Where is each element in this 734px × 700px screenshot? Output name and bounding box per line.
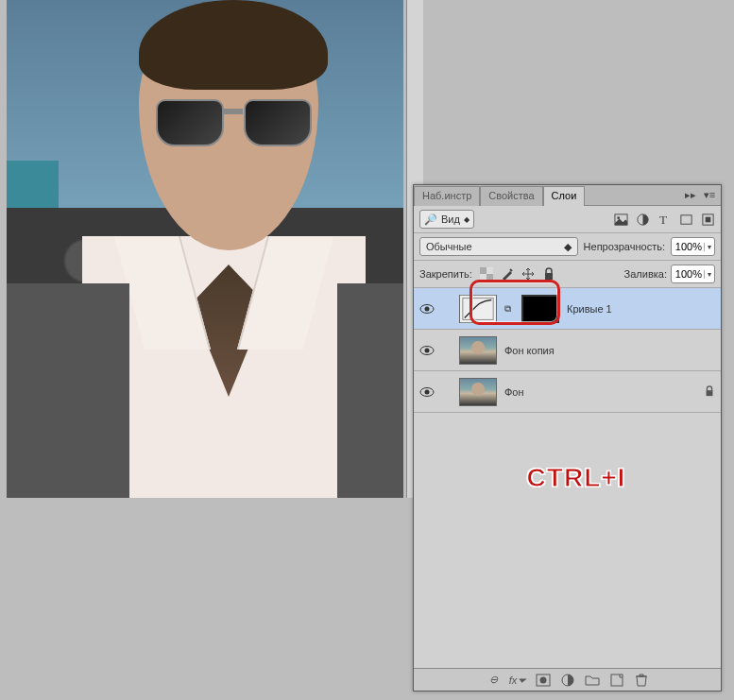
- canvas-area: [0, 0, 413, 700]
- lock-pixels-icon[interactable]: [501, 267, 514, 281]
- filter-type-icon[interactable]: T: [657, 213, 672, 227]
- adjustment-thumbnail[interactable]: [459, 295, 497, 323]
- filter-type-select[interactable]: 🔎 Вид ◆: [419, 210, 474, 229]
- svg-point-21: [539, 676, 546, 683]
- filter-adjustment-icon[interactable]: [636, 213, 650, 227]
- svg-rect-8: [480, 267, 486, 274]
- lock-position-icon[interactable]: [521, 267, 535, 281]
- chevron-down-icon: ◆: [464, 215, 469, 224]
- layer-thumbnail[interactable]: [459, 336, 497, 365]
- svg-text:T: T: [659, 213, 667, 227]
- search-icon: 🔎: [424, 213, 437, 226]
- layer-name[interactable]: Фон копия: [504, 345, 715, 356]
- filter-shape-icon[interactable]: [679, 213, 693, 227]
- fill-input[interactable]: ▾: [671, 265, 715, 283]
- blend-mode-value: Обычные: [426, 241, 472, 252]
- visibility-icon[interactable]: [419, 384, 435, 400]
- new-group-icon[interactable]: [585, 673, 600, 688]
- lock-icon: [704, 385, 715, 399]
- link-icon[interactable]: ⧉: [504, 303, 514, 315]
- chevron-down-icon[interactable]: ▾: [704, 243, 714, 251]
- svg-rect-19: [707, 390, 713, 396]
- blend-row: Обычные ◆ Непрозрачность: ▾: [414, 233, 721, 261]
- svg-rect-10: [545, 273, 553, 280]
- layer-name[interactable]: Фон: [504, 386, 696, 398]
- filter-label: Вид: [441, 213, 460, 225]
- new-layer-icon[interactable]: [609, 673, 624, 688]
- visibility-icon[interactable]: [419, 343, 435, 358]
- svg-rect-4: [681, 214, 691, 223]
- svg-rect-6: [706, 216, 711, 222]
- layer-effects-icon[interactable]: fx⏷: [511, 673, 526, 688]
- filter-image-icon[interactable]: [614, 213, 628, 227]
- layers-panel: Наб.инстр Свойства Слои ▸▸ ▾≡ 🔎 Вид ◆ T …: [413, 184, 722, 691]
- lock-row: Закрепить: Заливка: ▾: [414, 261, 721, 288]
- layer-name[interactable]: Кривые 1: [567, 303, 715, 315]
- chevron-down-icon[interactable]: ▾: [704, 270, 714, 279]
- svg-rect-23: [611, 674, 623, 686]
- blend-mode-select[interactable]: Обычные ◆: [419, 237, 578, 256]
- fill-value[interactable]: [672, 268, 704, 280]
- chevron-down-icon: ◆: [564, 241, 572, 253]
- layer-mask-thumbnail[interactable]: [521, 295, 559, 323]
- layer-thumbnail[interactable]: [459, 378, 497, 406]
- tab-brushes[interactable]: Наб.инстр: [414, 186, 480, 206]
- filter-smart-icon[interactable]: [701, 213, 715, 227]
- layers-bottom-toolbar: ⊖ fx⏷: [414, 668, 721, 691]
- opacity-input[interactable]: ▾: [671, 237, 715, 256]
- new-adjustment-icon[interactable]: [560, 673, 575, 688]
- svg-point-12: [425, 306, 430, 311]
- layer-row[interactable]: ⧉ Кривые 1: [414, 288, 721, 330]
- layer-row[interactable]: Фон: [414, 371, 721, 413]
- lock-all-icon[interactable]: [542, 267, 555, 281]
- svg-rect-9: [486, 274, 493, 281]
- layer-row[interactable]: Фон копия: [414, 330, 721, 371]
- tab-properties[interactable]: Свойства: [480, 186, 542, 206]
- lock-transparency-icon[interactable]: [480, 267, 493, 281]
- lock-label: Закрепить:: [419, 268, 472, 280]
- tab-layers[interactable]: Слои: [543, 186, 586, 206]
- svg-point-18: [425, 389, 430, 394]
- document-canvas[interactable]: [7, 0, 403, 498]
- link-layers-icon[interactable]: ⊖: [486, 673, 502, 688]
- opacity-label: Непрозрачность:: [584, 241, 665, 252]
- expand-icon[interactable]: ▸▸: [683, 189, 698, 202]
- panel-menu-icon[interactable]: ▾≡: [702, 189, 717, 202]
- panel-tabs: Наб.инстр Свойства Слои ▸▸ ▾≡: [414, 185, 721, 206]
- add-mask-icon[interactable]: [536, 673, 551, 688]
- annotation-text: CTRL+I: [444, 463, 708, 493]
- opacity-value[interactable]: [672, 241, 704, 252]
- fill-label: Заливка:: [624, 268, 667, 280]
- visibility-icon[interactable]: [419, 301, 435, 316]
- svg-point-16: [425, 348, 430, 352]
- delete-layer-icon[interactable]: [634, 673, 649, 688]
- layer-filter-row: 🔎 Вид ◆ T: [414, 206, 721, 233]
